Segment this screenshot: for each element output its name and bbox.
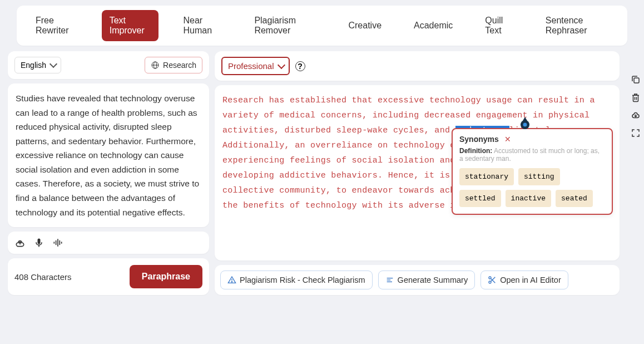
copy-icon[interactable] — [631, 75, 641, 85]
svg-point-23 — [523, 123, 527, 127]
tab-free-rewriter[interactable]: Free Rewriter — [28, 10, 85, 41]
synonym-title: Synonyms — [459, 135, 499, 144]
input-toolbar — [8, 232, 209, 254]
tab-academic[interactable]: Academic — [406, 15, 460, 36]
tab-creative[interactable]: Creative — [340, 15, 389, 36]
synonym-chip[interactable]: seated — [556, 190, 593, 207]
audio-wave-icon[interactable] — [52, 237, 63, 248]
research-button[interactable]: Research — [145, 57, 202, 73]
synonym-definition: Definition: Accustomed to sit much or lo… — [459, 147, 605, 163]
plagiarism-check-button[interactable]: Plagiarism Risk - Check Plagiarism — [220, 271, 373, 289]
download-icon[interactable] — [631, 110, 641, 120]
right-controls: Professional ? — [215, 51, 620, 81]
synonym-chip[interactable]: sitting — [518, 168, 560, 185]
synonym-close-icon[interactable]: ✕ — [504, 135, 511, 144]
synonym-chip[interactable]: stationary — [459, 168, 514, 185]
open-ai-editor-button[interactable]: Open in AI Editor — [480, 271, 568, 289]
delete-icon[interactable] — [631, 92, 641, 102]
tab-quill-text[interactable]: Quill Text — [477, 10, 521, 41]
fullscreen-icon[interactable] — [631, 128, 641, 138]
summary-icon — [385, 276, 394, 284]
input-text: Studies have revealed that technology ov… — [16, 91, 201, 219]
svg-point-11 — [231, 282, 232, 282]
popup-pointer-icon — [517, 117, 533, 132]
tab-text-improver[interactable]: Text Improver — [102, 10, 159, 41]
mode-tabs: Free Rewriter Text Improver Near Human P… — [17, 6, 627, 46]
research-label: Research — [163, 61, 196, 70]
tab-near-human[interactable]: Near Human — [175, 10, 230, 41]
synonym-chips: stationary sitting settled inactive seat… — [459, 168, 605, 207]
generate-summary-button[interactable]: Generate Summary — [378, 271, 475, 289]
synonym-chip[interactable]: inactive — [506, 190, 551, 207]
synonym-chip[interactable]: settled — [459, 190, 501, 207]
svg-rect-3 — [38, 239, 41, 244]
tab-plagiarism-remover[interactable]: Plagiarism Remover — [246, 10, 324, 41]
svg-rect-19 — [634, 78, 639, 83]
input-panel[interactable]: Studies have revealed that technology ov… — [8, 83, 209, 227]
microphone-icon[interactable] — [33, 237, 44, 248]
synonym-popup: Synonyms ✕ Definition: Accustomed to sit… — [452, 128, 613, 215]
paraphrase-button[interactable]: Paraphrase — [130, 265, 202, 288]
globe-icon — [151, 61, 160, 70]
language-dropdown[interactable]: English — [14, 57, 61, 73]
warning-icon — [227, 276, 236, 284]
side-toolbar — [627, 75, 644, 138]
char-count: 408 Characters — [14, 272, 72, 282]
left-footer: 408 Characters Paraphrase — [8, 258, 209, 295]
output-footer: Plagiarism Risk - Check Plagiarism Gener… — [215, 265, 620, 295]
left-controls: English Research — [8, 51, 209, 79]
help-icon[interactable]: ? — [295, 61, 305, 71]
tab-sentence-rephraser[interactable]: Sentence Rephraser — [538, 10, 616, 41]
upload-icon[interactable] — [14, 237, 26, 248]
scissors-icon — [488, 276, 497, 284]
tone-dropdown[interactable]: Professional — [221, 57, 290, 75]
